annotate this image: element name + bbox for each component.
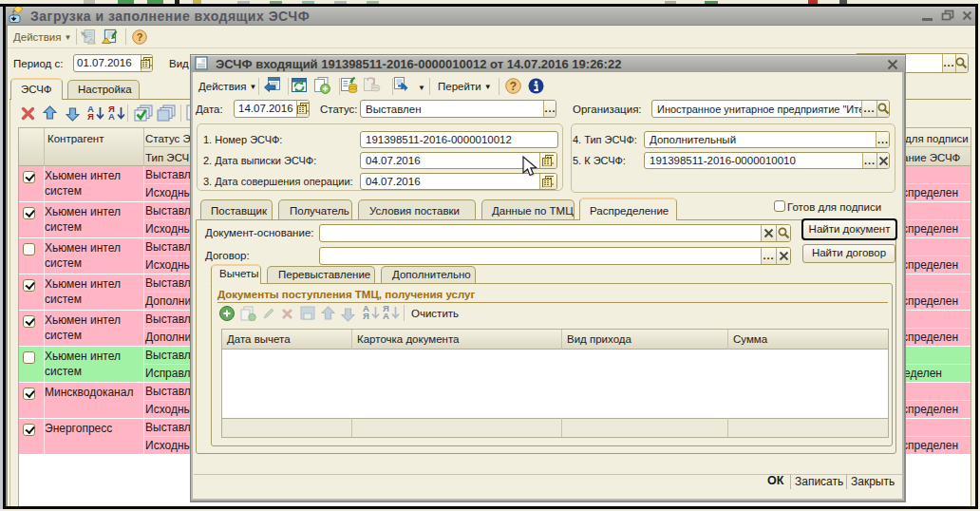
svg-text:?: ? [510, 80, 517, 93]
svg-text:?: ? [137, 31, 143, 43]
